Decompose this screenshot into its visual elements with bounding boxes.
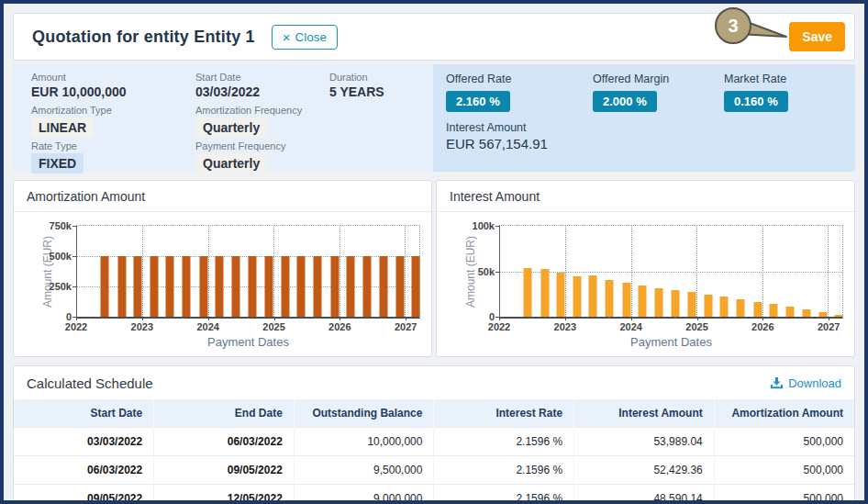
table-cell: 2.1596 % bbox=[434, 456, 574, 485]
payment-frequency-value: Quarterly bbox=[195, 153, 267, 174]
x-tick-label: 2026 bbox=[751, 321, 773, 332]
bar bbox=[704, 295, 712, 317]
interest-chart-title: Interest Amount bbox=[437, 181, 854, 212]
bar bbox=[134, 256, 142, 317]
callout-tail bbox=[740, 20, 786, 37]
bar bbox=[573, 276, 581, 318]
quotation-summary: Amount EUR 10,000,000 Start Date 03/03/2… bbox=[13, 64, 855, 172]
field-payment-frequency: Payment Frequency Quarterly bbox=[195, 140, 329, 176]
gridline-x bbox=[273, 226, 274, 317]
offered-margin-badge: 2.000 % bbox=[593, 91, 657, 112]
schedule-table: Start DateEnd DateOutstanding BalanceInt… bbox=[14, 399, 854, 504]
table-cell: 09/05/2022 bbox=[154, 456, 295, 485]
bar bbox=[557, 273, 565, 317]
gridline-x bbox=[339, 226, 340, 317]
gridline-x bbox=[565, 226, 566, 317]
x-axis-ticks: 202220232024202520262027 bbox=[499, 319, 843, 332]
x-axis-label: Payment Dates bbox=[499, 332, 843, 356]
field-start-date: Start Date 03/03/2022 bbox=[195, 72, 329, 105]
field-offered-rate: Offered Rate 2.160 % bbox=[446, 73, 593, 112]
x-tick-mark bbox=[76, 317, 77, 320]
bar bbox=[589, 275, 597, 317]
gridline-x bbox=[828, 226, 829, 317]
field-amortization-frequency: Amortization Frequency Quarterly bbox=[195, 105, 329, 140]
schedule-body: 03/03/202206/03/202210,000,0002.1596 %53… bbox=[14, 428, 854, 504]
bar bbox=[199, 256, 207, 317]
y-tick-mark bbox=[72, 226, 77, 227]
duration-value: 5 YEARS bbox=[329, 84, 424, 99]
bar bbox=[606, 280, 614, 317]
bar bbox=[216, 256, 224, 317]
app-frame: Quotation for entity Entity 1 × Close 3 … bbox=[0, 0, 868, 504]
interest-chart: Amount (EUR) 100k50k0 202220232024202520… bbox=[437, 212, 854, 356]
y-tick-mark bbox=[495, 272, 500, 273]
field-interest-amount: Interest Amount EUR 567,154.91 bbox=[446, 121, 855, 151]
table-cell: 09/05/2022 bbox=[14, 485, 154, 504]
x-tick-label: 2022 bbox=[488, 321, 510, 332]
x-tick-mark bbox=[829, 317, 829, 320]
table-cell: 48,590.14 bbox=[574, 485, 715, 504]
header-bar: Quotation for entity Entity 1 × Close 3 … bbox=[13, 13, 855, 61]
table-cell: 53,989.04 bbox=[574, 428, 715, 456]
close-button[interactable]: × Close bbox=[272, 25, 338, 50]
x-axis-ticks: 202220232024202520262027 bbox=[76, 319, 420, 332]
gridline-y bbox=[500, 272, 842, 273]
bar bbox=[379, 256, 387, 317]
table-row: 03/03/202206/03/202210,000,0002.1596 %53… bbox=[14, 428, 854, 456]
download-link[interactable]: Download bbox=[770, 376, 841, 390]
bar bbox=[835, 315, 843, 317]
x-tick-mark bbox=[274, 317, 275, 320]
bar bbox=[330, 256, 339, 317]
column-header: Start Date bbox=[14, 399, 154, 428]
table-row: 09/05/202212/05/20229,000,0002.1596 %48,… bbox=[14, 485, 854, 504]
bar bbox=[785, 307, 794, 317]
gridline-x bbox=[696, 226, 697, 317]
x-tick-label: 2023 bbox=[131, 321, 153, 332]
bar bbox=[265, 256, 273, 317]
x-tick-mark bbox=[631, 317, 632, 320]
x-tick-mark bbox=[142, 317, 143, 320]
callout-bubble bbox=[716, 8, 751, 43]
field-rate-type: Rate Type FIXED bbox=[31, 140, 195, 176]
column-header: Interest Amount bbox=[574, 399, 715, 428]
bar bbox=[753, 302, 762, 317]
bar bbox=[802, 309, 810, 317]
bar bbox=[314, 256, 322, 317]
x-tick-mark bbox=[499, 317, 500, 320]
charts-section: Amortization Amount Amount (EUR) 750k500… bbox=[13, 180, 855, 357]
x-tick-label: 2024 bbox=[619, 321, 641, 332]
bar bbox=[101, 256, 109, 317]
amortization-chart-card: Amortization Amount Amount (EUR) 750k500… bbox=[13, 180, 432, 357]
table-cell: 06/03/2022 bbox=[154, 428, 295, 456]
table-cell: 10,000,000 bbox=[294, 428, 434, 456]
bar bbox=[183, 256, 191, 317]
x-tick-label: 2024 bbox=[196, 321, 218, 332]
close-icon: × bbox=[283, 32, 291, 42]
bar bbox=[231, 256, 239, 317]
bar bbox=[769, 304, 777, 317]
table-cell: 03/03/2022 bbox=[14, 428, 154, 456]
table-cell: 12/05/2022 bbox=[154, 485, 295, 504]
bar bbox=[720, 297, 729, 317]
x-tick-label: 2025 bbox=[685, 321, 707, 332]
table-cell: 500,000 bbox=[714, 456, 854, 485]
annotation-callout-3: 3 bbox=[713, 6, 788, 50]
calculated-schedule-card: Calculated Schedule Download Start DateE… bbox=[13, 365, 855, 504]
callout-number: 3 bbox=[728, 16, 738, 36]
bar bbox=[671, 290, 679, 317]
bar bbox=[362, 256, 371, 317]
y-tick-label: 50k bbox=[456, 266, 495, 277]
download-label: Download bbox=[788, 376, 841, 390]
table-cell: 9,000,000 bbox=[294, 485, 434, 504]
interest-chart-card: Interest Amount Amount (EUR) 100k50k0 20… bbox=[436, 180, 855, 357]
save-button[interactable]: Save bbox=[789, 22, 845, 51]
gridline-x bbox=[405, 226, 406, 317]
table-row: 06/03/202209/05/20229,500,0002.1596 %52,… bbox=[14, 456, 854, 485]
bar bbox=[297, 256, 306, 317]
y-tick-mark bbox=[495, 226, 500, 227]
start-date-value: 03/03/2022 bbox=[195, 84, 329, 99]
market-rate-badge: 0.160 % bbox=[724, 91, 788, 112]
table-cell: 9,500,000 bbox=[294, 456, 434, 485]
gridline-x bbox=[208, 226, 209, 317]
gridline-x bbox=[142, 226, 143, 317]
